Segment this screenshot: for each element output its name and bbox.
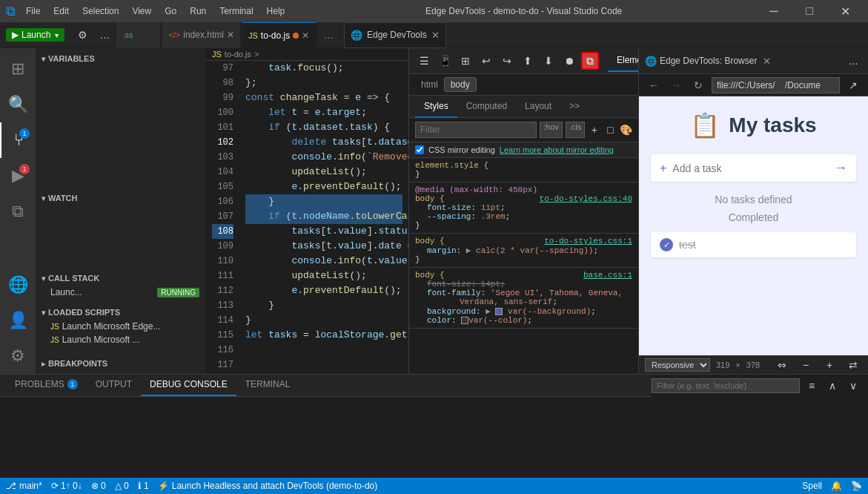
- maximize-button[interactable]: □: [792, 0, 826, 22]
- zoom-in-icon[interactable]: +: [821, 356, 838, 374]
- close-panel-icon[interactable]: ∨: [844, 377, 862, 395]
- debug-console-tab[interactable]: DEBUG CONSOLE: [141, 374, 236, 396]
- color-palette-icon[interactable]: 🎨: [620, 121, 632, 139]
- loaded-scripts-header[interactable]: ▾ LOADED SCRIPTS: [36, 305, 205, 320]
- close-edge-tab-icon[interactable]: ✕: [431, 30, 440, 41]
- broadcast-icon[interactable]: 📡: [851, 481, 862, 491]
- external-link-icon[interactable]: ↗: [844, 76, 862, 94]
- activity-account[interactable]: 👤: [0, 303, 36, 338]
- css-mirror-link[interactable]: Learn more about mirror editing: [500, 145, 614, 154]
- body-tag[interactable]: body: [444, 77, 477, 92]
- tab-css[interactable]: .ss: [116, 22, 161, 48]
- collapse-icon[interactable]: ∧: [824, 377, 841, 395]
- minimize-button[interactable]: ─: [757, 0, 791, 22]
- terminal-tab[interactable]: TERMINAL: [236, 374, 299, 396]
- refresh-icon[interactable]: ↩: [477, 52, 495, 70]
- launch-task-status[interactable]: ⚡ Launch Headless and attach DevTools (d…: [158, 481, 378, 491]
- launch-button[interactable]: ▶ Launch ▾: [6, 28, 64, 42]
- code-content[interactable]: task.focus(); }; const changeTask = e =>…: [239, 61, 408, 374]
- device-emulation-icon[interactable]: 📱: [436, 52, 454, 70]
- add-style-icon[interactable]: +: [588, 121, 600, 139]
- activity-remote[interactable]: 🌐: [0, 267, 36, 303]
- watch-header[interactable]: ▾ WATCH: [36, 191, 205, 205]
- step-icon[interactable]: ↪: [498, 52, 516, 70]
- call-stack-item[interactable]: Launc... RUNNING: [36, 286, 205, 299]
- bg-arrow[interactable]: ▶: [486, 307, 491, 316]
- add-task-input[interactable]: [672, 162, 828, 174]
- styles-content[interactable]: element.style { } @media (max-width: 450…: [409, 158, 638, 374]
- activity-search[interactable]: 🔍: [0, 87, 36, 122]
- css-mirror-checkbox[interactable]: [415, 145, 424, 154]
- color-swatch[interactable]: [461, 317, 468, 324]
- computed-tab[interactable]: Computed: [457, 96, 516, 118]
- fit-page-icon[interactable]: ⇔: [773, 356, 791, 374]
- debug-filter-input[interactable]: [652, 378, 800, 393]
- cls-button[interactable]: .cls: [566, 122, 586, 138]
- menu-selection[interactable]: Selection: [76, 4, 125, 18]
- inspect-picker-icon[interactable]: ⊞: [457, 52, 474, 70]
- zoom-out-icon[interactable]: −: [797, 356, 815, 374]
- menu-terminal[interactable]: Terminal: [213, 4, 259, 18]
- styles-filter-input[interactable]: [415, 122, 537, 138]
- screenshot-icon[interactable]: ⧉: [581, 52, 599, 70]
- responsive-select[interactable]: Responsive: [645, 358, 710, 372]
- tab-overflow[interactable]: …: [318, 30, 339, 41]
- rotate-icon[interactable]: ⇄: [844, 356, 862, 374]
- refresh-button[interactable]: ↻: [689, 76, 707, 94]
- activity-extensions[interactable]: ⧉: [0, 194, 36, 229]
- css-file-link-base[interactable]: base.css:1: [583, 271, 632, 280]
- inspect-element-icon[interactable]: ☰: [415, 52, 433, 70]
- filter-icon[interactable]: ≡: [803, 377, 821, 395]
- settings-icon[interactable]: ⚙: [72, 24, 93, 45]
- close-browser-tab-icon[interactable]: ✕: [763, 56, 771, 67]
- step-over-icon[interactable]: ⬆: [519, 52, 537, 70]
- spell-status[interactable]: Spell: [802, 481, 822, 491]
- menu-help[interactable]: Help: [261, 4, 291, 18]
- output-tab[interactable]: OUTPUT: [87, 374, 141, 396]
- computed-icon[interactable]: □: [604, 121, 617, 139]
- css-file-link-2[interactable]: to-do-styles.css:1: [544, 237, 632, 246]
- edge-devtools-tab[interactable]: 🌐 Edge DevTools ✕: [344, 22, 446, 48]
- variables-header[interactable]: ▾ VARIABLES: [36, 51, 205, 66]
- menu-run[interactable]: Run: [184, 4, 212, 18]
- submit-task-icon[interactable]: →: [834, 160, 847, 176]
- more-options-icon[interactable]: …: [94, 24, 115, 45]
- problems-tab[interactable]: PROBLEMS 1: [6, 374, 87, 396]
- notifications-icon[interactable]: 🔔: [831, 481, 842, 491]
- activity-source-control[interactable]: ⑂ 1: [0, 122, 36, 158]
- git-branch[interactable]: ⎇ main*: [6, 481, 42, 491]
- layout-tab[interactable]: Layout: [516, 96, 560, 118]
- url-bar[interactable]: [712, 77, 840, 93]
- loaded-script-edge[interactable]: JS Launch Microsoft Edge...: [36, 320, 205, 333]
- styles-tab[interactable]: Styles: [415, 96, 457, 118]
- back-button[interactable]: ←: [645, 76, 663, 94]
- activity-explorer[interactable]: ⊞: [0, 51, 36, 87]
- menu-file[interactable]: File: [20, 4, 46, 18]
- loaded-script-launch[interactable]: JS Launch Microsoft ...: [36, 333, 205, 346]
- step-into-icon[interactable]: ⬇: [540, 52, 557, 70]
- close-html-icon[interactable]: ✕: [227, 30, 234, 40]
- activity-run-debug[interactable]: ▶ 1: [0, 158, 36, 194]
- breadcrumb-file[interactable]: to-do.js: [225, 50, 251, 59]
- record-icon[interactable]: ⏺: [560, 52, 578, 70]
- breakpoints-header[interactable]: ▸ BREAKPOINTS: [36, 356, 205, 371]
- info-status[interactable]: ℹ 1: [138, 481, 149, 491]
- menu-bar[interactable]: File Edit Selection View Go Run Terminal…: [20, 4, 291, 18]
- tab-html[interactable]: </> index.html ✕: [162, 22, 241, 48]
- task-checkbox[interactable]: ✓: [660, 238, 673, 251]
- call-stack-header[interactable]: ▾ CALL STACK: [36, 271, 205, 286]
- hov-button[interactable]: :hov: [540, 122, 563, 138]
- activity-settings[interactable]: ⚙: [0, 338, 36, 374]
- tab-todo-js[interactable]: JS to-do.js ✕: [242, 22, 317, 48]
- window-controls[interactable]: ─ □ ✕: [757, 0, 862, 22]
- sync-status[interactable]: ⟳ 1↑ 0↓: [51, 481, 82, 491]
- close-js-icon[interactable]: ✕: [302, 30, 309, 41]
- warnings-status[interactable]: △ 0: [115, 481, 129, 491]
- launch-dropdown-icon[interactable]: ▾: [55, 31, 59, 39]
- browser-more-icon[interactable]: …: [844, 52, 862, 70]
- errors-status[interactable]: ⊗ 0: [91, 481, 106, 491]
- more-subtabs[interactable]: >>: [560, 96, 589, 118]
- menu-edit[interactable]: Edit: [47, 4, 75, 18]
- html-tag[interactable]: html: [415, 78, 444, 91]
- css-file-link-1[interactable]: to-do-styles.css:40: [540, 194, 632, 203]
